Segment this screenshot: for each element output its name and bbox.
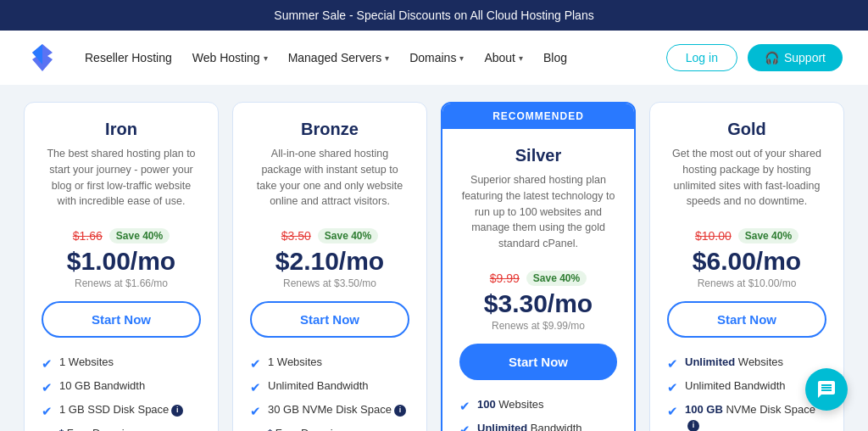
plan-desc: Get the most out of your shared hosting … bbox=[667, 146, 826, 210]
feature-text: 10 GB Bandwidth bbox=[59, 378, 145, 394]
renews-at: Renews at $10.00/mo bbox=[667, 277, 826, 289]
feature-text: Unlimited Bandwidth bbox=[685, 378, 786, 394]
navbar-actions: Log in 🎧 Support bbox=[666, 44, 843, 71]
feature-text: 1 GB SSD Disk Spacei bbox=[59, 402, 183, 417]
feature-text: 1 Websites bbox=[268, 355, 322, 370]
plan-desc: The best shared hosting plan to start yo… bbox=[42, 146, 201, 210]
original-price: $1.66 bbox=[73, 229, 103, 243]
original-price-row: $3.50 Save 40% bbox=[250, 228, 409, 243]
feature-item: ✔ * Free Domain Registration/Transferi bbox=[42, 426, 201, 431]
plan-card-iron: Iron The best shared hosting plan to sta… bbox=[24, 102, 219, 431]
pricing-grid: Iron The best shared hosting plan to sta… bbox=[24, 102, 844, 431]
check-icon: ✔ bbox=[42, 378, 53, 396]
recommended-badge: RECOMMENDED bbox=[442, 104, 634, 129]
feature-item: ✔ Unlimited Websites bbox=[667, 355, 826, 372]
check-icon: ✔ bbox=[250, 426, 261, 431]
feature-text: 100 GB NVMe Disk Spacei bbox=[685, 402, 826, 431]
feature-item: ✔ 10 GB Bandwidth bbox=[42, 378, 201, 396]
plan-card-bronze: Bronze All-in-one shared hosting package… bbox=[232, 102, 427, 431]
plan-features: ✔ 1 Websites ✔ Unlimited Bandwidth ✔ 30 … bbox=[233, 346, 426, 431]
feature-item: ✔ 1 Websites bbox=[42, 355, 201, 372]
renews-at: Renews at $9.99/mo bbox=[459, 320, 617, 332]
plan-header: Gold Get the most out of your shared hos… bbox=[650, 103, 843, 220]
feature-text: Unlimited Bandwidth bbox=[268, 378, 369, 394]
navbar: Reseller Hosting Web Hosting ▾ Managed S… bbox=[0, 31, 868, 85]
plan-pricing: $3.50 Save 40% $2.10/mo Renews at $3.50/… bbox=[233, 220, 426, 301]
original-price-row: $10.00 Save 40% bbox=[667, 228, 826, 243]
plan-name: Iron bbox=[42, 120, 201, 139]
chevron-down-icon: ▾ bbox=[459, 53, 464, 63]
feature-item: ✔ 1 GB SSD Disk Spacei bbox=[42, 402, 201, 420]
feature-item: ✔ Unlimited Bandwidth bbox=[250, 378, 409, 396]
check-icon: ✔ bbox=[250, 378, 261, 396]
save-badge: Save 40% bbox=[738, 228, 798, 243]
plan-desc: Superior shared hosting plan featuring t… bbox=[459, 172, 617, 252]
save-badge: Save 40% bbox=[318, 228, 378, 243]
top-banner: Summer Sale - Special Discounts on All C… bbox=[0, 0, 868, 31]
original-price-row: $1.66 Save 40% bbox=[42, 228, 201, 243]
current-price: $6.00/mo bbox=[667, 247, 826, 276]
login-button[interactable]: Log in bbox=[666, 44, 737, 71]
info-icon[interactable]: i bbox=[394, 405, 406, 417]
nav-managed-servers[interactable]: Managed Servers ▾ bbox=[288, 51, 390, 64]
start-now-button[interactable]: Start Now bbox=[667, 301, 826, 338]
feature-text: * Free Domain Registration/Transferi bbox=[59, 426, 201, 431]
current-price: $2.10/mo bbox=[250, 247, 409, 276]
feature-item: ✔ Unlimited Bandwidth bbox=[667, 378, 826, 396]
logo[interactable] bbox=[25, 41, 59, 75]
feature-text: Unlimited Bandwidth bbox=[477, 421, 582, 431]
banner-text: Summer Sale - Special Discounts on All C… bbox=[274, 8, 593, 22]
nav-blog[interactable]: Blog bbox=[543, 51, 567, 64]
original-price: $9.99 bbox=[490, 271, 520, 285]
plan-features: ✔ 1 Websites ✔ 10 GB Bandwidth ✔ 1 GB SS… bbox=[25, 346, 218, 431]
feature-text: * Free Domain Registration/Transferi bbox=[268, 426, 409, 431]
headset-icon: 🎧 bbox=[765, 51, 779, 64]
nav-domains[interactable]: Domains ▾ bbox=[409, 51, 464, 64]
feature-item: ✔ 30 GB NVMe Disk Spacei bbox=[250, 402, 409, 420]
feature-text: 100 Websites bbox=[477, 397, 544, 412]
check-icon: ✔ bbox=[459, 421, 470, 431]
check-icon: ✔ bbox=[667, 402, 678, 420]
original-price: $3.50 bbox=[281, 229, 311, 243]
info-icon[interactable]: i bbox=[687, 420, 699, 431]
plan-header: Silver Superior shared hosting plan feat… bbox=[442, 129, 634, 262]
check-icon: ✔ bbox=[459, 397, 470, 415]
plan-header: Iron The best shared hosting plan to sta… bbox=[25, 103, 218, 220]
feature-item: ✔ * Free Domain Registration/Transferi bbox=[250, 426, 409, 431]
original-price: $10.00 bbox=[695, 229, 732, 243]
start-now-button[interactable]: Start Now bbox=[42, 301, 201, 338]
plan-pricing: $1.66 Save 40% $1.00/mo Renews at $1.66/… bbox=[25, 220, 218, 301]
feature-item: ✔ Unlimited Bandwidth bbox=[459, 421, 617, 431]
chat-button[interactable] bbox=[805, 368, 848, 411]
plan-pricing: $9.99 Save 40% $3.30/mo Renews at $9.99/… bbox=[442, 262, 634, 344]
feature-item: ✔ 100 Websites bbox=[459, 397, 617, 415]
support-button[interactable]: 🎧 Support bbox=[748, 44, 843, 71]
feature-text: 30 GB NVMe Disk Spacei bbox=[268, 402, 406, 417]
nav-reseller-hosting[interactable]: Reseller Hosting bbox=[85, 51, 172, 64]
plan-desc: All-in-one shared hosting package with i… bbox=[250, 146, 409, 210]
info-icon[interactable]: i bbox=[171, 405, 183, 417]
feature-item: ✔ 1 Websites bbox=[250, 355, 409, 372]
plan-pricing: $10.00 Save 40% $6.00/mo Renews at $10.0… bbox=[650, 220, 843, 301]
feature-item: ✔ 100 GB NVMe Disk Spacei bbox=[667, 402, 826, 431]
plan-name: Gold bbox=[667, 120, 826, 139]
nav-about[interactable]: About ▾ bbox=[484, 51, 523, 64]
plan-card-silver: RECOMMENDED Silver Superior shared hosti… bbox=[441, 102, 636, 431]
main-content: Iron The best shared hosting plan to sta… bbox=[0, 85, 868, 431]
plan-features: ✔ 100 Websites ✔ Unlimited Bandwidth ✔ 5… bbox=[442, 389, 634, 431]
nav-web-hosting[interactable]: Web Hosting ▾ bbox=[192, 51, 268, 64]
start-now-button[interactable]: Start Now bbox=[459, 344, 617, 380]
check-icon: ✔ bbox=[250, 355, 261, 372]
original-price-row: $9.99 Save 40% bbox=[459, 271, 617, 286]
chevron-down-icon: ▾ bbox=[264, 53, 268, 63]
save-badge: Save 40% bbox=[109, 228, 170, 243]
check-icon: ✔ bbox=[667, 355, 678, 372]
start-now-button[interactable]: Start Now bbox=[250, 301, 409, 338]
feature-text: 1 Websites bbox=[59, 355, 114, 370]
check-icon: ✔ bbox=[250, 402, 261, 420]
plan-name: Bronze bbox=[250, 120, 409, 139]
check-icon: ✔ bbox=[42, 402, 53, 420]
renews-at: Renews at $3.50/mo bbox=[250, 277, 409, 289]
plan-name: Silver bbox=[459, 146, 617, 165]
current-price: $3.30/mo bbox=[459, 289, 617, 318]
